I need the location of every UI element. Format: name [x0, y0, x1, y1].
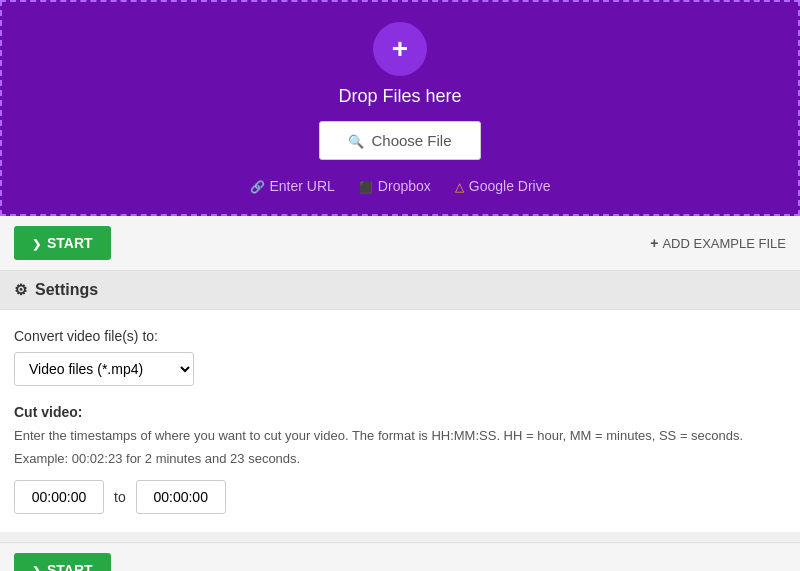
- settings-body: Convert video file(s) to: Video files (*…: [0, 310, 800, 532]
- choose-file-button[interactable]: Choose File: [319, 121, 480, 160]
- chevron-right-icon-bottom: [32, 562, 41, 572]
- gear-icon: [14, 281, 27, 299]
- time-to-label: to: [114, 489, 126, 505]
- dropbox-link[interactable]: Dropbox: [359, 178, 431, 194]
- time-to-input[interactable]: [136, 480, 226, 514]
- cut-example: Example: 00:02:23 for 2 minutes and 23 s…: [14, 451, 786, 466]
- plus-icon: [650, 235, 658, 251]
- time-range-row: to: [14, 480, 786, 514]
- gdrive-link[interactable]: Google Drive: [455, 178, 551, 194]
- convert-label: Convert video file(s) to:: [14, 328, 786, 344]
- upload-area: + Drop Files here Choose File Enter URL …: [0, 0, 800, 216]
- settings-header: Settings: [0, 271, 800, 310]
- start-button-bottom[interactable]: START: [14, 553, 111, 572]
- drop-files-text: Drop Files here: [22, 86, 778, 107]
- bottom-toolbar: START: [0, 542, 800, 572]
- link-icon: [250, 178, 265, 194]
- time-from-input[interactable]: [14, 480, 104, 514]
- format-select[interactable]: Video files (*.mp4) Video files (*.avi) …: [14, 352, 194, 386]
- start-button-top[interactable]: START: [14, 226, 111, 260]
- gdrive-icon: [455, 178, 464, 194]
- cut-description: Enter the timestamps of where you want t…: [14, 426, 786, 446]
- top-toolbar: START ADD EXAMPLE FILE: [0, 216, 800, 271]
- chevron-right-icon: [32, 235, 41, 251]
- settings-title: Settings: [35, 281, 98, 299]
- search-icon: [348, 132, 364, 149]
- add-example-link[interactable]: ADD EXAMPLE FILE: [650, 235, 786, 251]
- upload-links: Enter URL Dropbox Google Drive: [22, 178, 778, 194]
- enter-url-link[interactable]: Enter URL: [250, 178, 335, 194]
- cut-video-label: Cut video:: [14, 404, 786, 420]
- upload-icon: +: [373, 22, 427, 76]
- dropbox-icon: [359, 178, 373, 194]
